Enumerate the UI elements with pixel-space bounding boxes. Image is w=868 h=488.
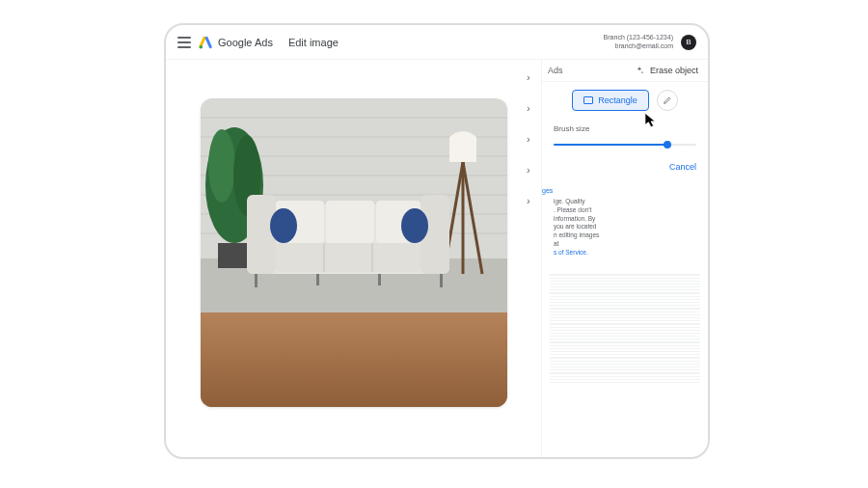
brush-size-label: Brush size bbox=[554, 124, 696, 133]
panel-title: Erase object bbox=[650, 66, 698, 75]
svg-point-14 bbox=[208, 129, 235, 203]
cursor-icon bbox=[644, 112, 658, 129]
account-email: branch@email.com bbox=[604, 42, 673, 50]
panel-back-label[interactable]: Ads bbox=[548, 66, 563, 75]
brush-icon bbox=[663, 95, 672, 105]
canvas-area bbox=[166, 60, 541, 457]
page-title: Edit image bbox=[288, 37, 339, 48]
svg-rect-28 bbox=[255, 274, 258, 287]
google-ads-logo-icon bbox=[199, 36, 212, 49]
editing-image[interactable] bbox=[201, 98, 507, 407]
background-list-chevrons: › › › › › bbox=[527, 71, 546, 206]
svg-rect-30 bbox=[316, 274, 319, 285]
brand-text: Google Ads bbox=[218, 37, 273, 48]
brush-size-slider[interactable] bbox=[554, 139, 696, 150]
erase-object-panel: › › › › › Ads Erase object bbox=[541, 60, 708, 457]
menu-icon[interactable] bbox=[177, 37, 191, 48]
rectangle-icon bbox=[583, 96, 593, 104]
account-info: Branch (123-456-1234) branch@email.com bbox=[604, 34, 673, 50]
panel-header: Ads Erase object bbox=[542, 60, 708, 82]
svg-rect-31 bbox=[378, 274, 381, 285]
chevron-right-icon: › bbox=[527, 164, 546, 176]
app-header: Google Ads Edit image Branch (123-456-12… bbox=[166, 25, 708, 60]
terms-of-service-link[interactable]: s of Service. bbox=[554, 249, 588, 256]
brand-bold: Google bbox=[218, 37, 252, 48]
rectangle-tool-button[interactable]: Rectangle bbox=[572, 90, 649, 111]
background-placeholder-lines bbox=[542, 274, 708, 383]
svg-rect-23 bbox=[326, 201, 374, 243]
sparkle-icon bbox=[635, 66, 644, 75]
brush-tool-button[interactable] bbox=[657, 90, 678, 111]
svg-point-33 bbox=[401, 208, 428, 243]
rectangle-tool-label: Rectangle bbox=[598, 95, 637, 105]
svg-rect-29 bbox=[440, 274, 443, 287]
chevron-right-icon: › bbox=[527, 71, 546, 83]
svg-rect-25 bbox=[276, 243, 420, 272]
avatar[interactable]: B bbox=[681, 35, 696, 50]
slider-thumb[interactable] bbox=[664, 141, 671, 149]
chevron-right-icon: › bbox=[527, 133, 546, 145]
brand-regular: Ads bbox=[255, 37, 273, 48]
cancel-button[interactable]: Cancel bbox=[669, 162, 696, 172]
svg-point-32 bbox=[270, 208, 297, 243]
chevron-right-icon: › bbox=[527, 195, 546, 206]
svg-rect-20 bbox=[247, 195, 276, 274]
tool-selector: Rectangle bbox=[542, 82, 708, 119]
svg-point-0 bbox=[200, 44, 203, 48]
small-link[interactable]: ges bbox=[542, 181, 708, 198]
device-frame: Google Ads Edit image Branch (123-456-12… bbox=[164, 23, 710, 459]
disclaimer-text: ige. Quality . Please don't information.… bbox=[542, 198, 708, 257]
brush-size-control: Brush size bbox=[542, 119, 708, 152]
chevron-right-icon: › bbox=[527, 102, 546, 114]
svg-rect-12 bbox=[218, 243, 251, 268]
account-name: Branch (123-456-1234) bbox=[604, 34, 673, 41]
svg-rect-11 bbox=[201, 312, 507, 407]
